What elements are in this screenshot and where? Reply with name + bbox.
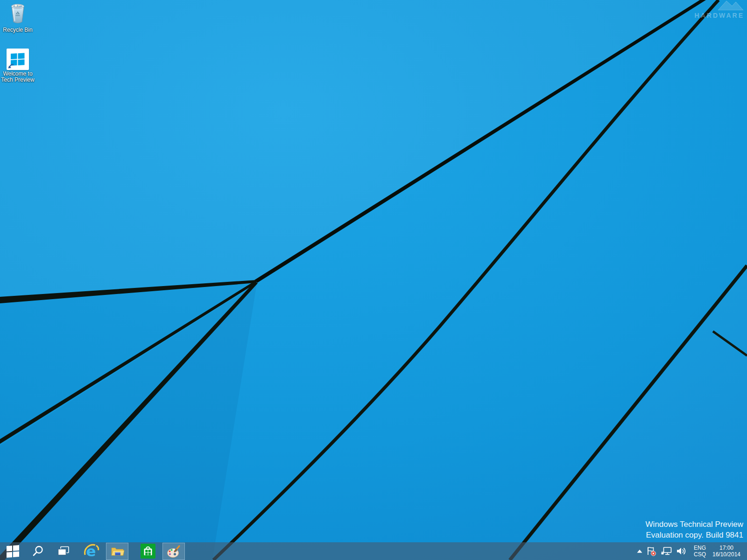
chevron-up-icon (637, 549, 642, 553)
clock-date: 16/10/2014 (712, 551, 741, 558)
system-tray: ENG CSQ 17:00 16/10/2014 (637, 542, 747, 560)
windows-logo-icon (7, 545, 19, 558)
evaluation-watermark: Windows Technical Preview Evaluation cop… (646, 519, 743, 540)
search-icon (32, 545, 44, 557)
ie-icon: e (82, 543, 101, 560)
recycle-bin-icon (7, 2, 28, 24)
paint-button[interactable] (162, 543, 185, 560)
network-button[interactable] (661, 546, 672, 556)
watermark-line1: Windows Technical Preview (646, 519, 743, 530)
clock-time: 17:00 (712, 545, 741, 551)
paint-palette-icon (167, 545, 181, 558)
shortcut-arrow-icon (7, 62, 15, 69)
store-bag-icon (141, 544, 155, 559)
search-button[interactable] (25, 542, 50, 560)
desktop-icon-welcome-tech-preview[interactable]: Welcome to Tech Preview (0, 49, 35, 83)
language-primary: ENG (694, 545, 706, 551)
clock[interactable]: 17:00 16/10/2014 (712, 545, 741, 558)
desktop-icon-recycle-bin[interactable]: Recycle Bin (0, 2, 35, 33)
task-view-button[interactable] (50, 542, 77, 560)
folder-icon (110, 546, 125, 557)
desktop: HARDWARE Recycle Bin (0, 0, 747, 560)
desktop-icon-label: Welcome to Tech Preview (0, 71, 35, 83)
svg-text:e: e (86, 543, 96, 560)
network-icon (661, 546, 672, 556)
action-center-flag-icon (646, 546, 657, 557)
store-button[interactable] (135, 542, 161, 560)
task-view-icon (57, 546, 70, 556)
show-hidden-icons-button[interactable] (637, 549, 642, 553)
volume-icon (676, 547, 686, 555)
language-indicator[interactable]: ENG CSQ (694, 545, 706, 558)
taskbar: e (0, 542, 747, 560)
internet-explorer-button[interactable]: e (78, 542, 105, 560)
start-button[interactable] (0, 542, 25, 560)
desktop-icon-label: Recycle Bin (0, 27, 35, 33)
file-explorer-button[interactable] (106, 543, 128, 560)
language-secondary: CSQ (694, 551, 706, 558)
volume-button[interactable] (676, 547, 686, 555)
welcome-tile (7, 49, 29, 70)
action-center-button[interactable] (646, 546, 657, 557)
watermark-line2: Evaluation copy. Build 9841 (646, 530, 743, 540)
wallpaper-lines (0, 0, 747, 560)
